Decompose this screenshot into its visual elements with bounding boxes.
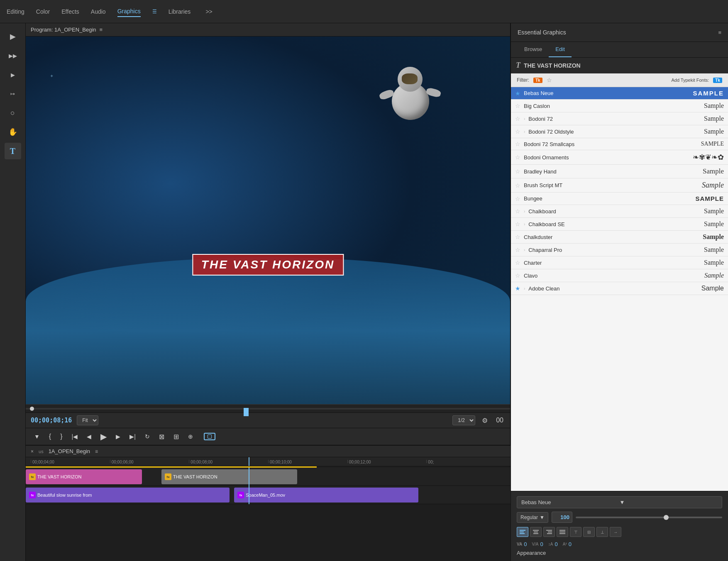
align-right-button[interactable]	[543, 527, 555, 537]
font-star-big-caslon[interactable]: ☆	[515, 102, 520, 109]
nav-color[interactable]: Color	[36, 7, 50, 17]
step-back-button[interactable]: |◀	[70, 432, 80, 441]
font-star-brush-script[interactable]: ☆	[515, 182, 520, 189]
kerning-value[interactable]: 0	[524, 541, 527, 547]
font-row-bodoni-oldstyle[interactable]: ☆ › Bodoni 72 Oldstyle Sample	[511, 125, 728, 138]
essential-graphics-menu-button[interactable]: ≡	[718, 29, 721, 36]
text-flow-button[interactable]: →	[610, 527, 621, 537]
extract-button[interactable]: ⊞	[172, 432, 181, 441]
font-row-bodoni-72[interactable]: ☆ › Bodoni 72 Sample	[511, 112, 728, 125]
loop-button[interactable]: ↻	[143, 432, 151, 441]
nav-graphics[interactable]: Graphics	[117, 6, 141, 17]
align-center-button[interactable]	[530, 527, 542, 537]
align-top-button[interactable]: ⊤	[570, 527, 581, 537]
scrubber-playhead[interactable]	[244, 408, 249, 416]
align-middle-button[interactable]: ⊟	[583, 527, 595, 537]
font-row-bodoni-ornaments[interactable]: ☆ Bodoni Ornaments ❧✾❦❧✿	[511, 150, 728, 165]
step-forward-button[interactable]: ▶|	[128, 432, 137, 441]
other-tab-label[interactable]: us	[39, 449, 44, 454]
font-chevron-chaparral-pro[interactable]: ›	[524, 248, 525, 252]
lift-button[interactable]: ⊠	[157, 432, 166, 441]
font-row-adobe-clean[interactable]: ★ › Adobe Clean Sample	[511, 282, 728, 295]
font-star-bebas-neue[interactable]: ★	[515, 90, 520, 97]
font-star-adobe-clean[interactable]: ★	[515, 285, 520, 292]
timeline-close-button[interactable]: ×	[31, 449, 34, 454]
font-star-bodoni-72[interactable]: ☆	[515, 115, 520, 122]
font-name-dropdown[interactable]: Bebas Neue ▼	[517, 496, 722, 508]
track-content-2[interactable]: fx Beautiful slow sunrise from fx SpaceM…	[26, 486, 511, 504]
marker-button[interactable]: ▼	[32, 432, 42, 441]
track-select-tool[interactable]: ▶▶	[5, 47, 21, 64]
font-row-brush-script[interactable]: ☆ Brush Script MT Sample	[511, 178, 728, 193]
ripple-edit-tool[interactable]: ▶	[5, 66, 21, 83]
prev-frame-button[interactable]: ◀	[85, 432, 93, 441]
font-row-clavo[interactable]: ☆ Clavo Sample	[511, 269, 728, 282]
export-button[interactable]: ⊕	[186, 432, 195, 441]
font-star-clavo[interactable]: ☆	[515, 272, 520, 279]
tab-browse[interactable]: Browse	[518, 42, 549, 57]
font-row-chalkboard-se[interactable]: ☆ › Chalkboard SE Sample	[511, 218, 728, 231]
out-point-button[interactable]: }	[59, 432, 64, 441]
font-star-chalkduster[interactable]: ☆	[515, 234, 520, 240]
font-row-chaparral-pro[interactable]: ☆ › Chaparral Pro Sample	[511, 244, 728, 256]
clip-vast-horizon-gray[interactable]: fx THE VAST HORIZON	[161, 469, 297, 484]
font-row-bradley-hand[interactable]: ☆ Bradley Hand Sample	[511, 165, 728, 178]
font-star-chalkboard[interactable]: ☆	[515, 208, 520, 215]
text-tool[interactable]: T	[5, 143, 21, 159]
monitor-menu-button[interactable]: ≡	[100, 27, 103, 33]
typekit-add-badge[interactable]: Tk	[713, 78, 722, 83]
font-size-slider[interactable]	[576, 517, 722, 518]
play-button[interactable]: ▶	[99, 431, 108, 442]
font-row-charter[interactable]: ☆ Charter Sample	[511, 256, 728, 269]
justify-button[interactable]	[557, 527, 568, 537]
hand-tool[interactable]: ✋	[5, 124, 21, 140]
font-style-dropdown[interactable]: Regular ▼	[517, 512, 548, 523]
font-star-chalkboard-se[interactable]: ☆	[515, 221, 520, 227]
typekit-filter-badge[interactable]: Tk	[533, 78, 542, 83]
nav-more-button[interactable]: >>	[205, 8, 212, 15]
track-content-1[interactable]: fx THE VAST HORIZON fx THE VAST HORIZON	[26, 468, 511, 485]
font-chevron-bodoni-oldstyle[interactable]: ›	[524, 129, 525, 134]
align-left-button[interactable]	[517, 527, 528, 537]
settings-button[interactable]: ⚙	[480, 416, 489, 425]
font-chevron-adobe-clean[interactable]: ›	[524, 286, 525, 291]
razor-tool[interactable]: ○	[5, 105, 21, 121]
font-row-bodoni-smallcaps[interactable]: ☆ Bodoni 72 Smallcaps SAMPLE	[511, 138, 728, 150]
select-tool[interactable]: ▶	[5, 28, 21, 45]
quality-dropdown[interactable]: 1/2	[452, 415, 475, 425]
font-chevron-bodoni-72[interactable]: ›	[524, 117, 525, 121]
font-star-bodoni-ornaments[interactable]: ☆	[515, 154, 520, 161]
clip-vast-horizon-pink[interactable]: fx THE VAST HORIZON	[26, 469, 142, 484]
slip-tool[interactable]: ↦	[5, 85, 21, 102]
font-star-bradley-hand[interactable]: ☆	[515, 168, 520, 175]
font-row-big-caslon[interactable]: ☆ Big Caslon Sample	[511, 100, 728, 112]
tracking-value[interactable]: 0	[540, 541, 543, 547]
nav-effects[interactable]: Effects	[61, 7, 79, 17]
timeline-menu-button[interactable]: ≡	[95, 449, 98, 454]
nav-editing[interactable]: Editing	[7, 7, 24, 17]
monitor-scrubber[interactable]	[26, 404, 510, 412]
font-chevron-chalkboard-se[interactable]: ›	[524, 222, 525, 227]
clip-spaceman[interactable]: fx SpaceMan_05.mov	[234, 488, 418, 502]
baseline-value[interactable]: 0	[569, 541, 572, 547]
align-bottom-button[interactable]: ⊥	[596, 527, 608, 537]
star-filter-button[interactable]: ☆	[547, 77, 552, 83]
font-star-chaparral-pro[interactable]: ☆	[515, 246, 520, 253]
font-chevron-chalkboard[interactable]: ›	[524, 209, 525, 214]
next-frame-button[interactable]: ▶	[114, 432, 122, 441]
clip-sunrise[interactable]: fx Beautiful slow sunrise from	[26, 488, 230, 502]
timeline-tab[interactable]: 1A_OPEN_Begin	[49, 448, 90, 454]
fit-dropdown[interactable]: Fit	[77, 415, 98, 425]
font-star-bungee[interactable]: ☆	[515, 195, 520, 202]
leading-value[interactable]: 0	[555, 541, 557, 547]
nav-audio[interactable]: Audio	[91, 7, 106, 17]
scrubber-bar[interactable]	[26, 408, 510, 410]
text-layer-preview[interactable]: T THE VAST HORIZON	[511, 58, 728, 73]
tab-edit[interactable]: Edit	[549, 42, 571, 57]
font-row-chalkboard[interactable]: ☆ › Chalkboard Sample	[511, 205, 728, 218]
in-point-button[interactable]: {	[47, 432, 53, 441]
fullscreen-button[interactable]: 00	[494, 416, 505, 425]
font-row-bebas-neue[interactable]: ★ Bebas Neue SAMPLE	[511, 87, 728, 100]
nav-libraries[interactable]: Libraries	[169, 7, 191, 17]
font-star-bodoni-oldstyle[interactable]: ☆	[515, 128, 520, 135]
